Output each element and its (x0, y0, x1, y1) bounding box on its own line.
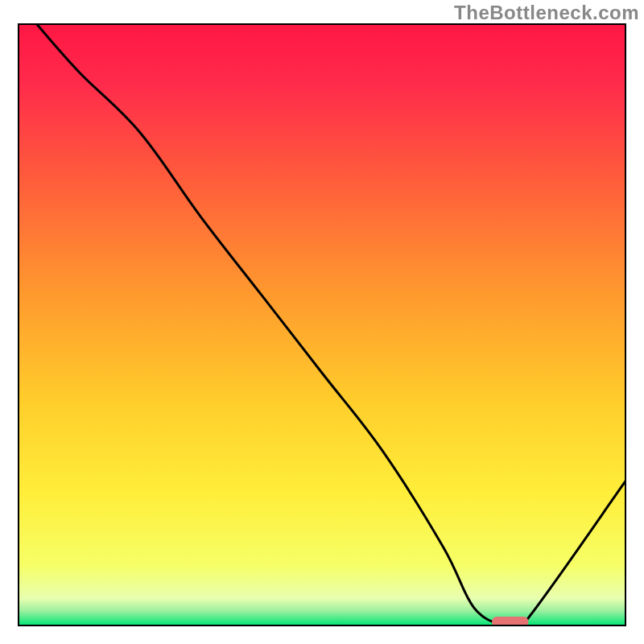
chart-container: TheBottleneck.com (0, 0, 644, 644)
watermark-text: TheBottleneck.com (454, 2, 639, 24)
plot-background (19, 24, 625, 625)
bottleneck-chart (0, 0, 644, 644)
